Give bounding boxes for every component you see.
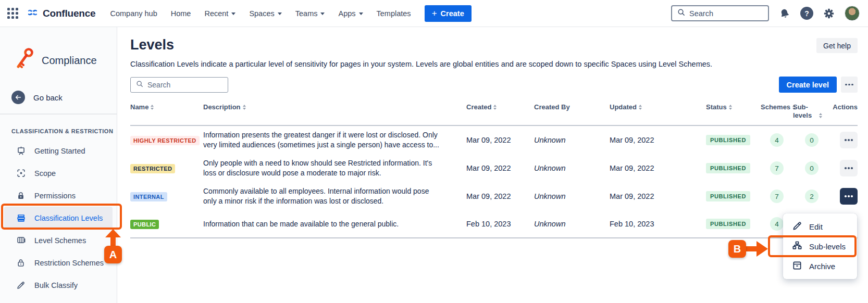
column-header-actions: Actions bbox=[830, 103, 858, 111]
create-level-button[interactable]: Create level bbox=[779, 77, 837, 93]
column-header-updated[interactable]: Updated bbox=[610, 103, 706, 111]
nav-teams[interactable]: Teams bbox=[295, 9, 325, 18]
get-help-button[interactable]: Get help bbox=[816, 38, 858, 53]
nav-company-hub[interactable]: Company hub bbox=[110, 9, 157, 18]
chevron-down-icon bbox=[320, 12, 325, 15]
sort-icon bbox=[151, 105, 154, 110]
go-back-label: Go back bbox=[33, 93, 63, 102]
nav-templates[interactable]: Templates bbox=[377, 9, 411, 18]
create-button[interactable]: + Create bbox=[425, 5, 472, 22]
settings-gear-icon[interactable] bbox=[823, 8, 835, 19]
nav-spaces[interactable]: Spaces bbox=[249, 9, 281, 18]
notifications-bell-icon[interactable] bbox=[779, 8, 790, 19]
search-icon bbox=[136, 80, 143, 90]
row-actions-button-active[interactable] bbox=[840, 188, 858, 205]
pencil-icon bbox=[16, 281, 26, 290]
sidebar-item-label: Level Schemes bbox=[34, 236, 86, 245]
column-header-name[interactable]: Name bbox=[130, 103, 203, 111]
compliance-logo: Compliance bbox=[15, 45, 117, 76]
page: Confluence Company hub Home Recent Space… bbox=[0, 0, 868, 303]
ellipsis-icon bbox=[845, 139, 853, 141]
menu-item-edit[interactable]: Edit bbox=[783, 217, 857, 236]
page-title: Levels bbox=[130, 36, 174, 53]
level-description: Only people with a need to know should s… bbox=[203, 158, 466, 178]
sidebar-item-label: Restriction Schemes bbox=[34, 259, 104, 267]
sort-icon bbox=[639, 105, 642, 110]
sort-icon bbox=[729, 105, 732, 110]
global-search-input[interactable] bbox=[689, 9, 763, 18]
global-search[interactable] bbox=[671, 5, 769, 21]
easel-icon bbox=[16, 146, 26, 156]
updated-date: Feb 10, 2023 bbox=[610, 220, 706, 228]
app-switcher-icon[interactable] bbox=[7, 8, 18, 19]
restriction-lock-icon bbox=[16, 258, 26, 268]
sidebar-item-restriction-schemes[interactable]: Restriction Schemes bbox=[4, 251, 113, 274]
nav-apps[interactable]: Apps bbox=[338, 9, 363, 18]
product-name: Confluence bbox=[43, 8, 95, 19]
created-by: Unknown bbox=[534, 136, 610, 144]
app-name: Compliance bbox=[42, 55, 97, 67]
row-actions-button[interactable] bbox=[840, 160, 858, 176]
status-badge: PUBLISHED bbox=[706, 191, 750, 201]
sub-levels-count: 0 bbox=[805, 133, 819, 147]
sort-icon bbox=[819, 113, 822, 118]
search-icon bbox=[677, 8, 685, 18]
column-header-created-by[interactable]: Created By bbox=[534, 103, 610, 111]
ellipsis-icon bbox=[845, 167, 853, 169]
created-date: Mar 09, 2022 bbox=[466, 164, 534, 172]
nav-home[interactable]: Home bbox=[171, 9, 191, 18]
annotation-b-arrow bbox=[757, 241, 768, 257]
updated-date: Mar 09, 2022 bbox=[610, 136, 706, 144]
level-name-badge: PUBLIC bbox=[130, 220, 159, 229]
annotation-a-arrow bbox=[105, 229, 121, 237]
topbar-right: ? bbox=[671, 5, 860, 21]
sidebar-item-bulk-classify[interactable]: Bulk Classify bbox=[4, 274, 113, 296]
annotation-b-arrow-stem bbox=[745, 246, 758, 251]
sidebar-item-getting-started[interactable]: Getting Started bbox=[4, 140, 113, 162]
sidebar-item-scope[interactable]: Scope bbox=[4, 162, 113, 184]
nav-recent[interactable]: Recent bbox=[204, 9, 235, 18]
sidebar-item-level-schemes[interactable]: Level Schemes bbox=[4, 229, 113, 251]
column-header-schemes[interactable]: Schemes bbox=[761, 103, 793, 111]
confluence-mark-icon bbox=[27, 7, 39, 20]
level-description: Commonly available to all employees. Int… bbox=[203, 186, 466, 206]
help-icon[interactable]: ? bbox=[800, 7, 813, 20]
lock-icon bbox=[16, 191, 26, 200]
more-options-button[interactable] bbox=[841, 77, 858, 93]
table-search-input[interactable] bbox=[147, 81, 222, 89]
annotation-a-highlight-box bbox=[1, 204, 122, 230]
level-name-badge: INTERNAL bbox=[130, 192, 167, 201]
go-back-button[interactable]: Go back bbox=[11, 90, 117, 105]
ellipsis-icon bbox=[845, 84, 853, 86]
created-date: Feb 10, 2023 bbox=[466, 220, 534, 228]
menu-item-label: Edit bbox=[809, 222, 823, 231]
created-by: Unknown bbox=[534, 220, 610, 228]
sidebar-divider bbox=[0, 113, 117, 115]
sort-icon bbox=[493, 105, 497, 110]
row-actions-button[interactable] bbox=[840, 132, 858, 148]
sidebar-item-label: Scope bbox=[34, 169, 56, 178]
column-header-description[interactable]: Description bbox=[203, 103, 466, 111]
top-navigation: Company hub Home Recent Spaces Teams App… bbox=[110, 9, 411, 18]
column-header-created[interactable]: Created bbox=[466, 103, 534, 111]
sidebar-item-label: Bulk Classify bbox=[34, 281, 78, 289]
schemes-count: 7 bbox=[770, 190, 784, 203]
columns-board-icon bbox=[16, 235, 26, 245]
table-search[interactable] bbox=[130, 77, 228, 93]
confluence-logo[interactable]: Confluence bbox=[27, 7, 95, 20]
table-row: PUBLIC Information that can be made avai… bbox=[130, 210, 858, 238]
ellipsis-icon bbox=[845, 195, 853, 197]
topbar: Confluence Company hub Home Recent Space… bbox=[0, 0, 868, 27]
sidebar-item-label: Getting Started bbox=[34, 147, 85, 155]
annotation-b-label: B bbox=[728, 240, 746, 258]
table-toolbar: Create level bbox=[130, 77, 858, 93]
user-avatar[interactable] bbox=[845, 6, 860, 21]
level-name-badge: HIGHLY RESTRICTED bbox=[130, 136, 200, 145]
column-header-status[interactable]: Status bbox=[706, 103, 761, 111]
column-header-sub-levels[interactable]: Sub-levels bbox=[793, 103, 822, 120]
sub-levels-count: 2 bbox=[805, 190, 819, 203]
menu-item-archive[interactable]: Archive bbox=[783, 256, 857, 276]
chevron-down-icon bbox=[231, 12, 235, 15]
status-badge: PUBLISHED bbox=[706, 135, 750, 145]
status-badge: PUBLISHED bbox=[706, 163, 750, 173]
